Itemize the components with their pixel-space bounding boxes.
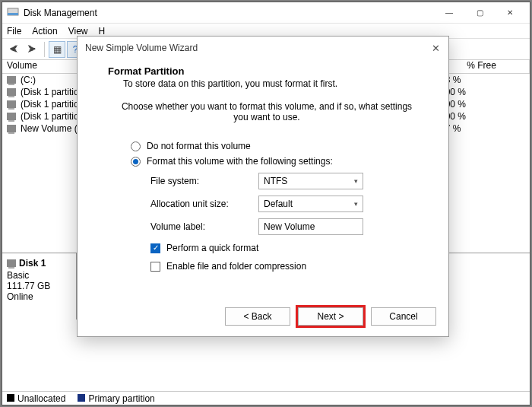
disk-info[interactable]: Disk 1 Basic 111.77 GB Online [2,253,77,320]
legend-unallocated: Unallocated [7,393,65,404]
legend: Unallocated Primary partition [2,391,530,405]
disk-name: Disk 1 [19,258,46,269]
compression-checkbox[interactable]: Enable file and folder compression [150,261,426,272]
minimize-button[interactable]: — [434,3,464,23]
input-value: New Volume [264,221,315,232]
select-value: Default [264,199,293,209]
disk-type: Basic [7,270,71,281]
nav-forward-icon[interactable]: ⮞ [24,41,40,58]
nav-back-icon[interactable]: ⮜ [5,41,22,58]
radio-icon [131,141,141,151]
legend-primary: Primary partition [78,393,154,404]
dialog-close-icon[interactable]: ✕ [430,43,441,53]
svg-rect-1 [8,13,18,15]
select-value: NTFS [264,176,287,186]
disk-management-window: Disk Management — ▢ ✕ File Action View H… [2,2,530,405]
volume-label: New Volume ( [21,123,78,134]
allocation-unit-label: Allocation unit size: [150,199,258,209]
back-button[interactable]: < Back [225,307,290,326]
file-system-select[interactable]: NTFS ▾ [258,173,363,189]
volume-icon [7,113,16,120]
menu-action[interactable]: Action [32,26,57,37]
checkbox-label: Perform a quick format [166,243,258,253]
volume-label-label: Volume label: [150,221,258,232]
close-button[interactable]: ✕ [495,3,525,23]
disk-management-icon [7,7,19,19]
next-button[interactable]: Next > [298,307,363,326]
disk-status: Online [7,291,71,302]
checkbox-label: Enable file and folder compression [166,261,306,272]
checkbox-icon: ✓ [150,243,160,253]
chevron-down-icon: ▾ [354,177,358,185]
disk-size: 111.77 GB [7,281,71,291]
volume-label: (Disk 1 partitio [21,99,79,110]
volume-icon [7,125,16,132]
volume-label: (Disk 1 partitio [21,87,79,97]
dialog-titlebar: New Simple Volume Wizard ✕ [78,37,448,59]
volume-icon [7,88,16,96]
menu-help[interactable]: H [99,26,106,37]
volume-label: (Disk 1 partitio [21,111,79,122]
cancel-button[interactable]: Cancel [371,307,436,326]
volume-icon [7,100,16,108]
titlebar: Disk Management — ▢ ✕ [2,2,530,24]
checkbox-icon [150,262,160,272]
radio-icon [131,157,141,167]
menu-file[interactable]: File [7,26,21,37]
volume-label-input[interactable]: New Volume [258,218,363,235]
file-system-label: File system: [150,176,258,186]
volume-label: (C:) [21,75,36,85]
allocation-unit-select[interactable]: Default ▾ [258,196,363,212]
window-title: Disk Management [24,8,434,18]
radio-format-with-settings[interactable]: Format this volume with the following se… [131,156,426,167]
toolbar-separator [44,42,45,57]
new-simple-volume-wizard-dialog: New Simple Volume Wizard ✕ Format Partit… [77,36,449,337]
radio-do-not-format[interactable]: Do not format this volume [131,141,426,151]
maximize-button[interactable]: ▢ [464,3,495,23]
dialog-heading: Format Partition [108,65,426,77]
chevron-down-icon: ▾ [354,200,358,208]
volume-icon [7,76,16,84]
dialog-instructions: Choose whether you want to format this v… [116,101,418,122]
disk-icon [7,259,16,267]
radio-label: Format this volume with the following se… [147,156,333,167]
quick-format-checkbox[interactable]: ✓ Perform a quick format [150,243,426,253]
dialog-title: New Simple Volume Wizard [85,43,198,53]
toolbar-view-icon[interactable]: ▦ [49,41,65,58]
menu-view[interactable]: View [68,26,88,37]
dialog-subheading: To store data on this partition, you mus… [123,78,426,89]
radio-label: Do not format this volume [147,141,251,151]
